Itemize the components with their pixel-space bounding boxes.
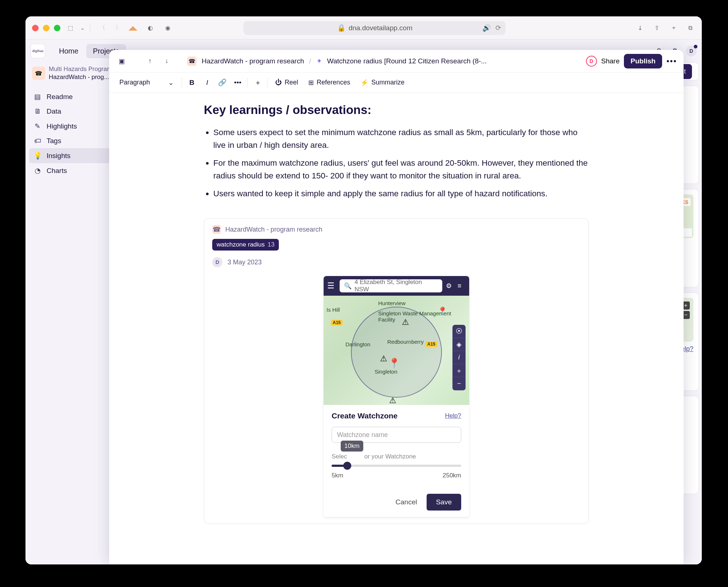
embedded-screenshot: ☰ 🔍 4 Elizabeth St, Singleton NSW ⚙ ≡ Si… [324, 276, 469, 517]
tags-icon: 🏷 [33, 137, 41, 145]
chevron-down-icon[interactable]: ⌄ [80, 24, 85, 31]
slider-thumb[interactable] [343, 462, 351, 470]
summarize-icon: ⚡ [360, 79, 368, 87]
publish-button[interactable]: Publish [624, 54, 662, 68]
sidebar-label: Readme [47, 93, 73, 101]
sliders-icon[interactable]: ⚙ [446, 282, 454, 290]
modal-header: ▣ ↑ ↓ ☎ HazardWatch - program research /… [109, 50, 684, 72]
extension-icon[interactable]: ◉ [163, 23, 173, 33]
bullet-list[interactable]: Some users expect to set the minimum wat… [204, 126, 589, 200]
window-controls [32, 25, 60, 31]
arrow-up-icon[interactable]: ↑ [144, 55, 156, 67]
sidebar-label: Charts [47, 167, 67, 175]
summarize-button[interactable]: ⚡Summarize [357, 79, 407, 87]
sidebar-toggle-icon[interactable]: ⬚ [66, 23, 75, 33]
lock-icon: 🔒 [337, 24, 346, 32]
close-window-button[interactable] [32, 25, 39, 31]
road-shield: A15 [331, 320, 343, 326]
add-block-icon[interactable]: ＋ [252, 78, 263, 87]
road-shield: A15 [426, 341, 437, 347]
summarize-label: Summarize [371, 79, 404, 86]
breadcrumb-separator: / [309, 57, 311, 65]
slider-label: Selec or your Watchzone [332, 453, 416, 460]
minimize-window-button[interactable] [43, 25, 50, 31]
search-value: 4 Elizabeth St, Singleton NSW [355, 279, 438, 293]
forward-button[interactable]: 〉 [114, 23, 123, 33]
user-avatar[interactable]: D [686, 46, 697, 56]
bullet-item[interactable]: Users wanted to keep it simple and apply… [213, 188, 589, 200]
zoom-out-icon[interactable]: − [452, 377, 466, 390]
location-pin-icon: 📍 [388, 358, 400, 369]
bold-icon[interactable]: B [186, 79, 197, 87]
maximize-window-button[interactable] [54, 25, 60, 31]
slider-min-label: 5km [332, 472, 343, 479]
insight-editor-modal: ▣ ↑ ↓ ☎ HazardWatch - program research /… [109, 50, 684, 564]
tab-home[interactable]: Home [52, 44, 85, 58]
program-name: Multi Hazards Program [49, 65, 112, 73]
italic-icon[interactable]: I [202, 79, 213, 87]
reel-label: Reel [285, 79, 298, 86]
bullet-item[interactable]: Some users expect to set the minimum wat… [213, 126, 589, 152]
workspace-logo[interactable]: digihaz [31, 44, 45, 58]
hamburger-icon[interactable]: ☰ [327, 281, 336, 291]
reel-button[interactable]: ⏻Reel [272, 79, 301, 86]
locate-icon[interactable]: ⦿ [452, 325, 466, 338]
layers-icon[interactable]: ◈ [452, 338, 466, 351]
warning-icon: ⚠ [380, 354, 387, 363]
project-name: HazardWatch - prog... [49, 73, 112, 81]
panel-buttons: Cancel Save [332, 494, 461, 511]
zoom-in-icon[interactable]: ＋ [452, 364, 466, 377]
help-link[interactable]: Help? [445, 412, 461, 419]
breadcrumb-insight-title[interactable]: Watchzone radius [Round 12 Citizen Resea… [327, 57, 487, 65]
list-icon[interactable]: ≡ [458, 282, 466, 290]
contrast-icon[interactable]: ◐ [146, 23, 155, 33]
linked-highlight-card[interactable]: ☎ HazardWatch - program research watchzo… [204, 218, 589, 524]
info-icon[interactable]: i [452, 351, 466, 364]
map-controls: ⦿ ◈ i ＋ − [452, 325, 466, 390]
more-actions-icon[interactable]: ••• [666, 56, 677, 66]
tag-count: 13 [268, 241, 274, 248]
breadcrumb: ☎ HazardWatch - program research / ✦ Wat… [187, 56, 487, 66]
highlights-icon: ✎ [33, 122, 41, 130]
input-placeholder: Watchzone name [337, 431, 388, 439]
map-location-label: Darlington [345, 341, 370, 347]
warning-icon: ⚠ [402, 318, 409, 327]
references-icon: ⊞ [308, 79, 314, 87]
bullet-item[interactable]: For the maximum watchzone radius, users'… [213, 157, 589, 182]
slider-track[interactable] [332, 465, 461, 467]
references-button[interactable]: ⊞References [305, 79, 353, 87]
viewer-avatar[interactable]: D [586, 56, 597, 67]
editor-body[interactable]: Key learnings / observations: Some users… [109, 93, 684, 564]
breadcrumb-project[interactable]: HazardWatch - program research [202, 57, 304, 65]
search-icon: 🔍 [344, 282, 352, 290]
insight-heading[interactable]: Key learnings / observations: [204, 103, 589, 117]
radius-slider: 10km Selec or your Watchzone 5km 250km [332, 453, 461, 479]
editor-toolbar: Paragraph B I 🔗 ••• ＋ ⏻Reel ⊞References … [109, 72, 684, 93]
slider-max-label: 250km [443, 472, 461, 479]
block-style-select[interactable]: Paragraph [116, 76, 177, 89]
collapse-icon[interactable]: ▣ [116, 55, 127, 67]
slider-value-tooltip: 10km [341, 441, 363, 452]
new-tab-icon[interactable]: ＋ [669, 23, 678, 33]
share-button[interactable]: Share [601, 57, 620, 65]
download-icon[interactable]: ⤓ [636, 23, 645, 33]
tabs-icon[interactable]: ⧉ [686, 23, 695, 33]
reload-icon[interactable]: ⟳ [495, 24, 501, 32]
create-watchzone-panel: Create Watchzone Help? Watchzone name 10… [324, 405, 469, 517]
tag-pill[interactable]: watchzone radius 13 [212, 239, 279, 251]
link-icon[interactable]: 🔗 [217, 78, 228, 87]
arrow-down-icon[interactable]: ↓ [161, 55, 173, 67]
reel-icon: ⏻ [275, 79, 282, 86]
speaker-icon[interactable]: 🔊 [482, 24, 491, 32]
share-icon[interactable]: ⇧ [652, 23, 662, 33]
back-button[interactable]: 〈 [98, 23, 107, 33]
address-bar[interactable]: 🔒 dna.dovetailapp.com 🔊 ⟳ [244, 21, 506, 35]
map-canvas[interactable]: Singleton Waste Management Facility ⚠ Re… [324, 296, 469, 405]
map-search-input[interactable]: 🔍 4 Elizabeth St, Singleton NSW [340, 279, 442, 292]
privacy-shield-icon[interactable]: ◢◣ [128, 23, 138, 33]
map-location-label: Hunterview [378, 300, 405, 306]
cancel-button[interactable]: Cancel [396, 498, 417, 506]
overflow-icon[interactable]: ••• [232, 79, 243, 87]
save-button[interactable]: Save [427, 494, 461, 511]
url-text: dna.dovetailapp.com [349, 24, 412, 32]
